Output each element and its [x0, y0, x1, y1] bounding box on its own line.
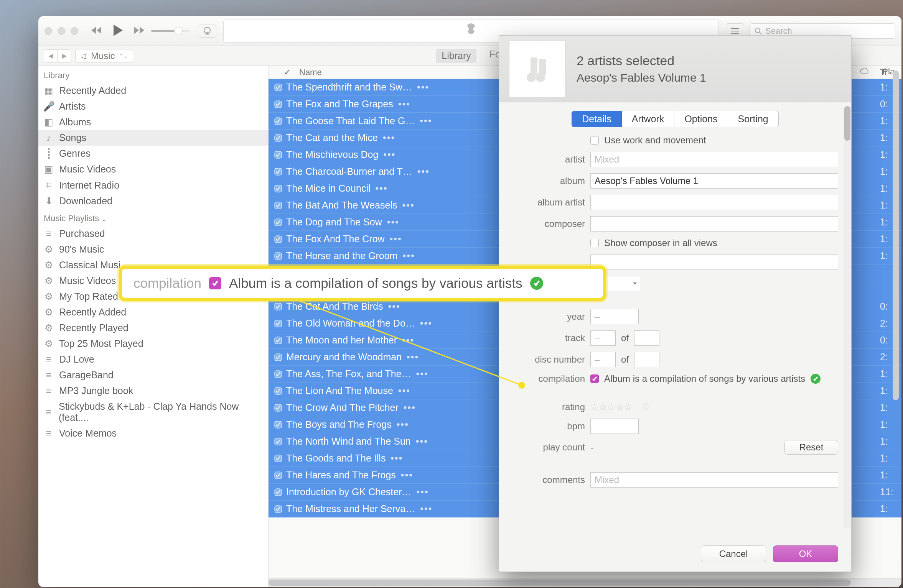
sidebar-item-artists[interactable]: 🎤Artists [38, 99, 268, 114]
row-checkbox[interactable] [269, 185, 284, 192]
playlist-item[interactable]: ⚙90's Music [38, 241, 268, 257]
playlist-item[interactable]: ≡GarageBand [38, 367, 268, 383]
traffic-light-minimize[interactable] [58, 27, 65, 35]
bpm-field[interactable] [590, 419, 639, 434]
use-work-checkbox[interactable] [590, 136, 599, 145]
leader-dot [518, 382, 525, 389]
row-checkbox[interactable] [269, 337, 284, 344]
compilation-checkbox[interactable] [590, 374, 599, 383]
playlist-item[interactable]: ≡Purchased [38, 226, 268, 241]
row-checkbox[interactable] [269, 370, 284, 378]
volume-slider[interactable] [151, 30, 189, 32]
tab-sorting[interactable]: Sorting [728, 111, 779, 127]
chevron-down-icon[interactable]: ⌄ [101, 216, 106, 222]
row-checkbox[interactable] [269, 202, 284, 209]
use-work-label: Use work and movement [604, 135, 706, 146]
album-art-placeholder [509, 41, 566, 97]
playlist-item[interactable]: ⚙Recently Added [38, 304, 268, 320]
disc-field[interactable] [590, 352, 616, 367]
row-checkbox[interactable] [269, 252, 284, 260]
row-checkbox[interactable] [269, 151, 284, 159]
year-field[interactable] [590, 309, 639, 324]
window-scrollbar[interactable] [891, 71, 900, 577]
smart-playlist-icon: ⚙ [44, 260, 54, 271]
comments-field[interactable] [590, 472, 838, 488]
playlist-item[interactable]: ⚙Top 25 Most Played [38, 336, 268, 351]
reset-button[interactable]: Reset [784, 440, 838, 455]
row-checkbox[interactable] [269, 438, 284, 445]
playlist-item[interactable]: ≡Stickybuds & K+Lab - Clap Ya Hands Now … [38, 399, 268, 425]
row-checkbox[interactable] [269, 471, 284, 479]
sidebar-item-downloaded[interactable]: ⬇Downloaded [38, 193, 268, 209]
chevron-updown-icon: ⌃⌄ [119, 53, 128, 59]
media-dropdown-label: Music [91, 51, 115, 61]
tab-library[interactable]: Library [436, 49, 476, 63]
show-composer-checkbox[interactable] [590, 239, 599, 247]
dialog-subtitle: Aesop's Fables Volume 1 [577, 70, 706, 86]
smart-playlist-icon: ⚙ [44, 338, 54, 349]
row-checkbox[interactable] [269, 320, 284, 327]
row-checkbox[interactable] [269, 168, 284, 176]
sidebar-item-internet-radio[interactable]: ⌗Internet Radio [38, 177, 268, 193]
row-checkbox[interactable] [269, 100, 284, 108]
artist-field[interactable] [590, 152, 838, 167]
sidebar-item-label: Downloaded [59, 195, 112, 207]
grouping-field[interactable] [590, 255, 838, 270]
row-checkbox[interactable] [269, 235, 284, 243]
tab-details[interactable]: Details [572, 111, 621, 127]
svg-point-1 [755, 28, 760, 33]
rating-stars[interactable]: ☆☆☆☆☆ [590, 402, 633, 412]
row-checkbox[interactable] [269, 353, 284, 361]
traffic-light-zoom[interactable] [71, 27, 78, 35]
row-checkbox[interactable] [269, 303, 284, 310]
ok-button[interactable]: OK [773, 545, 838, 562]
sidebar: Library ▦Recently Added🎤Artists◧Albums♪S… [38, 66, 269, 587]
dialog-tabs: Details Artwork Options Sorting [499, 111, 851, 127]
tab-artwork[interactable]: Artwork [622, 111, 675, 127]
row-checkbox[interactable] [269, 117, 284, 125]
row-checkbox[interactable] [269, 421, 284, 429]
horizontal-scrollbar[interactable] [269, 578, 901, 587]
show-composer-label: Show composer in all views [604, 238, 717, 248]
row-checkbox[interactable] [269, 387, 284, 395]
playlist-item[interactable]: ⚙Recently Played [38, 320, 268, 336]
row-checkbox[interactable] [269, 404, 284, 412]
tab-options[interactable]: Options [674, 111, 728, 127]
row-checkbox[interactable] [269, 84, 284, 91]
traffic-light-close[interactable] [44, 27, 52, 35]
row-checkbox[interactable] [269, 488, 284, 496]
cancel-button[interactable]: Cancel [701, 545, 766, 562]
track-total-field[interactable] [634, 330, 659, 346]
sidebar-item-label: Artists [59, 101, 86, 112]
prev-track-icon[interactable] [91, 26, 102, 36]
love-icon[interactable]: ♡ [642, 402, 650, 412]
disc-total-field[interactable] [634, 352, 659, 367]
playlist-item[interactable]: ≡Voice Memos [38, 425, 268, 441]
forward-button[interactable]: ▶ [58, 49, 71, 62]
col-cloud[interactable] [849, 67, 880, 77]
row-checkbox[interactable] [269, 455, 284, 462]
album-artist-field[interactable] [590, 195, 838, 210]
track-field[interactable] [590, 330, 616, 346]
next-track-icon[interactable] [133, 26, 145, 36]
sidebar-item-genres[interactable]: ┋Genres [38, 146, 268, 161]
playlist-icon: ≡ [44, 407, 53, 418]
sidebar-item-songs[interactable]: ♪Songs [38, 130, 268, 146]
playlist-icon: ≡ [44, 354, 54, 365]
row-checkbox[interactable] [269, 218, 284, 226]
play-icon[interactable] [112, 24, 124, 38]
sidebar-item-music-videos[interactable]: ▣Music Videos [38, 161, 268, 177]
sidebar-item-recently-added[interactable]: ▦Recently Added [38, 83, 268, 99]
dialog-scrollbar[interactable] [844, 106, 851, 528]
sidebar-item-albums[interactable]: ◧Albums [38, 114, 268, 130]
playlist-item[interactable]: ≡MP3 Jungle book [38, 383, 268, 399]
playlist-item[interactable]: ≡DJ Love [38, 351, 268, 367]
back-button[interactable]: ◀ [44, 49, 58, 62]
composer-field[interactable] [590, 216, 838, 232]
media-dropdown[interactable]: ♫ Music ⌃⌄ [75, 49, 133, 63]
row-checkbox[interactable] [269, 505, 284, 513]
row-checkbox[interactable] [269, 134, 284, 142]
airplay-button[interactable] [198, 25, 216, 38]
col-check[interactable]: ✓ [284, 67, 291, 77]
album-field[interactable] [590, 173, 838, 189]
